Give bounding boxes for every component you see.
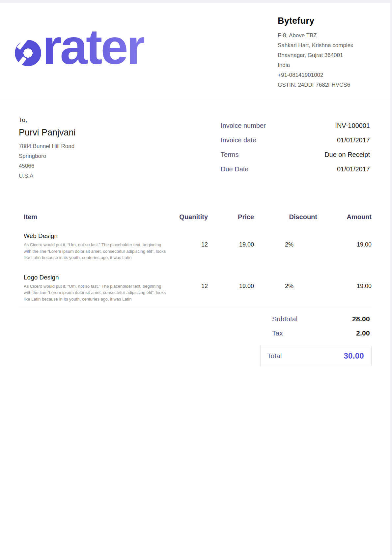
item-amount: 19.00 [317, 232, 372, 274]
tax-value: 2.00 [356, 329, 370, 337]
item-description: As Cicero would put it, “Um, not so fast… [24, 283, 168, 303]
bill-to-label: To, [19, 116, 221, 124]
bill-to-name: Purvi Panjvani [19, 127, 221, 138]
invoice-date-row: Invoice date 01/01/2017 [221, 136, 370, 151]
company-gstin: GSTIN: 24DDF7682FHVCS6 [278, 80, 377, 90]
item-column-header: Item [19, 213, 168, 232]
company-address: F-8, Above TBZ Sahkari Hart, Krishna com… [278, 31, 377, 90]
terms-label: Terms [221, 151, 238, 159]
amount-column-header: Amount [317, 213, 372, 232]
tax-row: Tax 2.00 [266, 329, 372, 337]
crater-logo: rater [15, 31, 160, 68]
crater-c-ring-icon [15, 40, 41, 66]
bill-to-address-line: Springboro [19, 151, 221, 161]
company-info: Bytefury F-8, Above TBZ Sahkari Hart, Kr… [278, 16, 377, 90]
due-date-value: 01/01/2017 [337, 165, 370, 173]
item-discount: 2% [254, 274, 317, 303]
bill-to-address-line: 7884 Bunnel Hill Road [19, 141, 221, 151]
item-amount: 19.00 [317, 274, 372, 303]
item-name: Web Design [24, 232, 168, 240]
item-price: 19.00 [208, 232, 254, 274]
items-table: Item Quanitity Price Discount Amount Web… [19, 213, 372, 302]
terms-value: Due on Receipt [324, 151, 370, 159]
invoice-number-label: Invoice number [221, 122, 266, 130]
invoice-page: rater Bytefury F-8, Above TBZ Sahkari Ha… [0, 3, 390, 555]
table-row: Web Design As Cicero would put it, “Um, … [19, 232, 372, 274]
discount-column-header: Discount [254, 213, 317, 232]
invoice-number-value: INV-100001 [335, 122, 370, 130]
company-address-line: F-8, Above TBZ [278, 31, 377, 41]
company-phone: +91-08141901002 [278, 70, 377, 80]
due-date-label: Due Date [221, 165, 249, 173]
bill-to: To, Purvi Panjvani 7884 Bunnel Hill Road… [19, 116, 221, 181]
invoice-date-label: Invoice date [221, 136, 256, 144]
quantity-column-header: Quanitity [168, 213, 208, 232]
items-section: Item Quanitity Price Discount Amount Web… [0, 213, 390, 302]
invoice-number-row: Invoice number INV-100001 [221, 122, 370, 136]
billing-section: To, Purvi Panjvani 7884 Bunnel Hill Road… [0, 116, 390, 181]
terms-row: Terms Due on Receipt [221, 151, 370, 165]
item-quantity: 12 [168, 274, 208, 303]
crater-logo-text: rater [42, 22, 144, 72]
company-name: Bytefury [278, 16, 377, 26]
invoice-header: rater Bytefury F-8, Above TBZ Sahkari Ha… [0, 3, 390, 100]
bill-to-address-line: 45066 [19, 161, 221, 171]
invoice-meta: Invoice number INV-100001 Invoice date 0… [221, 122, 372, 181]
price-column-header: Price [208, 213, 254, 232]
item-description: As Cicero would put it, “Um, not so fast… [24, 242, 168, 261]
invoice-date-value: 01/01/2017 [337, 136, 370, 144]
tax-label: Tax [272, 329, 283, 337]
subtotal-label: Subtotal [272, 315, 297, 323]
items-header-row: Item Quanitity Price Discount Amount [19, 213, 372, 232]
bill-to-address: 7884 Bunnel Hill Road Springboro 45066 U… [19, 141, 221, 181]
due-date-row: Due Date 01/01/2017 [221, 165, 370, 180]
table-row: Logo Design As Cicero would put it, “Um,… [19, 274, 372, 303]
items-divider [19, 307, 372, 307]
subtotal-value: 28.00 [352, 315, 370, 323]
totals-section: Subtotal 28.00 Tax 2.00 Total 30.00 [0, 315, 390, 366]
item-quantity: 12 [168, 232, 208, 274]
company-address-line: Bhavnagar, Gujrat 364001 [278, 50, 377, 60]
item-price: 19.00 [208, 274, 254, 303]
company-address-line: India [278, 60, 377, 70]
subtotal-row: Subtotal 28.00 [266, 315, 372, 323]
company-address-line: Sahkari Hart, Krishna complex [278, 41, 377, 50]
item-discount: 2% [254, 232, 317, 274]
item-name: Logo Design [24, 274, 168, 281]
total-value: 30.00 [344, 351, 364, 361]
total-label: Total [267, 352, 282, 360]
total-box: Total 30.00 [260, 346, 372, 366]
bill-to-address-line: U.S.A [19, 171, 221, 181]
